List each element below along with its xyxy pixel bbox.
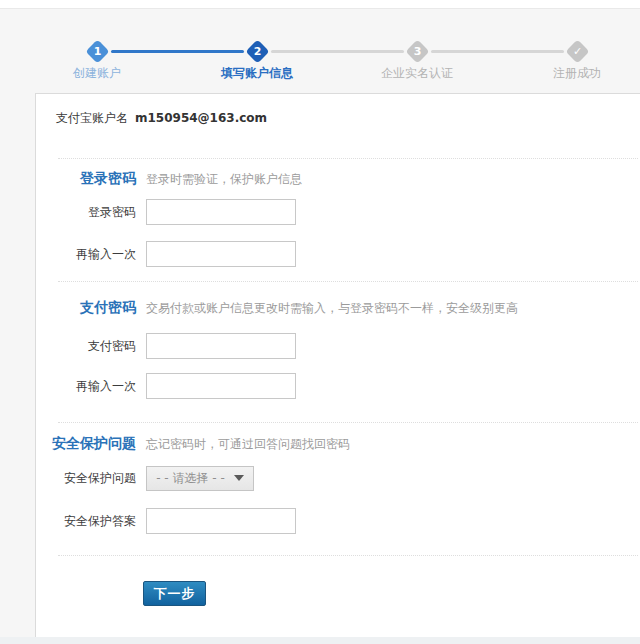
step-4-marker: ✓ (565, 39, 589, 63)
pay-password-section-header: 支付密码 交易付款或账户信息更改时需输入，与登录密码不一样，安全级别更高 (36, 299, 640, 317)
bottom-strip (0, 637, 640, 644)
step-2-label: 填写账户信息 (192, 65, 322, 82)
security-answer-label: 安全保护答案 (36, 513, 136, 530)
divider (58, 422, 638, 423)
pay-password-section-title: 支付密码 (36, 299, 136, 317)
account-value: m150954@163.com (135, 111, 267, 125)
login-password-confirm-row: 再输入一次 (36, 241, 640, 267)
pay-password-input[interactable] (146, 333, 296, 359)
top-strip (0, 0, 640, 9)
divider (58, 281, 638, 282)
login-password-section-title: 登录密码 (36, 170, 136, 188)
step-1-number: 1 (89, 43, 106, 60)
chevron-down-icon (234, 475, 244, 481)
step-3-number: 3 (409, 43, 426, 60)
form-panel: 支付宝账户名 m150954@163.com 登录密码 登录时需验证，保护账户信… (35, 93, 640, 638)
security-answer-input[interactable] (146, 508, 296, 534)
account-row: 支付宝账户名 m150954@163.com (36, 110, 640, 127)
security-question-section-title: 安全保护问题 (36, 435, 136, 453)
security-question-selected-value: - - 请选择 - - (147, 470, 234, 487)
step-3-label: 企业实名认证 (352, 65, 482, 82)
step-4-label: 注册成功 (512, 65, 640, 82)
step-connector-3-4 (431, 50, 564, 53)
login-password-field-row: 登录密码 (36, 199, 640, 225)
login-password-confirm-input[interactable] (146, 241, 296, 267)
step-wizard: 1 2 3 ✓ 创建账户 填写账户信息 企业实名认证 注册成功 (0, 9, 640, 93)
login-password-section-desc: 登录时需验证，保护账户信息 (146, 171, 302, 188)
next-step-button[interactable]: 下一步 (143, 581, 206, 606)
pay-password-label: 支付密码 (36, 338, 136, 355)
security-question-select[interactable]: - - 请选择 - - (146, 466, 254, 491)
login-password-input[interactable] (146, 199, 296, 225)
pay-password-confirm-row: 再输入一次 (36, 373, 640, 399)
pay-password-field-row: 支付密码 (36, 333, 640, 359)
divider (58, 555, 638, 556)
step-connector-1-2 (111, 50, 244, 53)
security-question-row: 安全保护问题 - - 请选择 - - (36, 465, 640, 491)
security-question-section-desc: 忘记密码时，可通过回答问题找回密码 (146, 436, 350, 453)
divider (58, 158, 638, 159)
login-password-confirm-label: 再输入一次 (36, 246, 136, 263)
security-question-label: 安全保护问题 (36, 470, 136, 487)
step-1-label: 创建账户 (32, 65, 162, 82)
security-answer-row: 安全保护答案 (36, 508, 640, 534)
pay-password-section-desc: 交易付款或账户信息更改时需输入，与登录密码不一样，安全级别更高 (146, 300, 518, 317)
security-question-section-header: 安全保护问题 忘记密码时，可通过回答问题找回密码 (36, 435, 640, 453)
step-connector-2-3 (271, 50, 404, 53)
account-label: 支付宝账户名 (36, 110, 128, 127)
login-password-section-header: 登录密码 登录时需验证，保护账户信息 (36, 170, 640, 188)
step-2-marker: 2 (245, 39, 269, 63)
pay-password-confirm-input[interactable] (146, 373, 296, 399)
step-3-marker: 3 (405, 39, 429, 63)
step-1-marker: 1 (85, 39, 109, 63)
pay-password-confirm-label: 再输入一次 (36, 378, 136, 395)
step-2-number: 2 (249, 43, 266, 60)
login-password-label: 登录密码 (36, 204, 136, 221)
check-icon: ✓ (569, 43, 586, 60)
